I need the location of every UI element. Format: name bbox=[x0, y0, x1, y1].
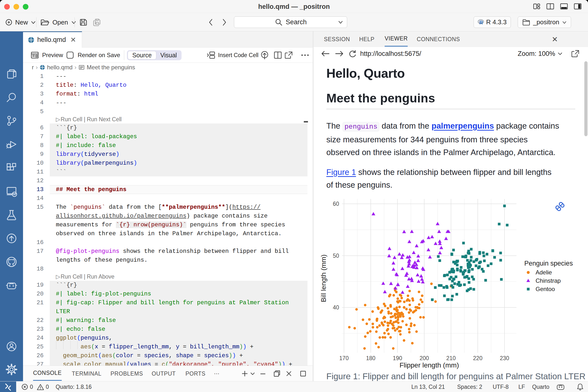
svg-text:40: 40 bbox=[333, 304, 339, 311]
svg-text:Adelie: Adelie bbox=[536, 269, 552, 276]
svg-text:50: 50 bbox=[333, 252, 339, 259]
svg-text:170: 170 bbox=[339, 355, 349, 362]
svg-text:200: 200 bbox=[420, 355, 429, 362]
svg-text:210: 210 bbox=[446, 355, 456, 362]
svg-text:Gentoo: Gentoo bbox=[536, 286, 555, 292]
svg-text:R: R bbox=[480, 20, 483, 25]
svg-text:220: 220 bbox=[473, 355, 482, 362]
svg-text:Chinstrap: Chinstrap bbox=[536, 277, 561, 284]
svg-text:190: 190 bbox=[393, 355, 402, 362]
svg-text:180: 180 bbox=[366, 355, 375, 362]
svg-text:Bill length (mm): Bill length (mm) bbox=[320, 254, 327, 302]
svg-text:230: 230 bbox=[500, 355, 509, 362]
svg-text:Flipper length (mm): Flipper length (mm) bbox=[400, 362, 459, 369]
svg-text:60: 60 bbox=[333, 201, 339, 207]
svg-text:Penguin species: Penguin species bbox=[524, 260, 573, 267]
